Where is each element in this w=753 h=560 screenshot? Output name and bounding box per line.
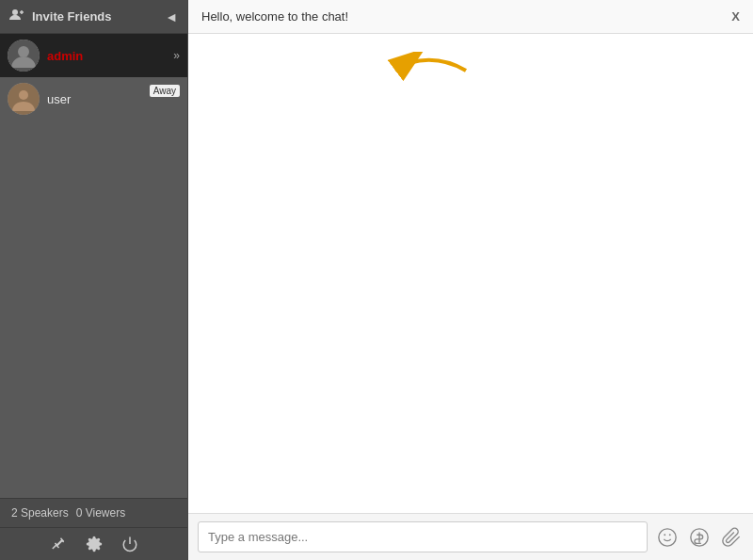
- invite-friends-icon: [9, 8, 24, 26]
- dollar-button[interactable]: [687, 525, 712, 550]
- welcome-message: Hello, welcome to the chat!: [201, 9, 348, 24]
- pin-button[interactable]: [50, 536, 67, 552]
- close-notification-button[interactable]: X: [731, 9, 740, 24]
- user-row-user[interactable]: user Away: [0, 77, 187, 120]
- arrow-annotation: [386, 52, 471, 93]
- sidebar-footer-actions: [0, 527, 187, 560]
- welcome-notification: Hello, welcome to the chat! X: [188, 0, 753, 34]
- settings-button[interactable]: [86, 536, 103, 552]
- sidebar-collapse-arrow[interactable]: ◄: [165, 9, 178, 24]
- sidebar-header-left: Invite Friends: [9, 8, 112, 26]
- away-badge: Away: [150, 85, 180, 97]
- sidebar-header: Invite Friends ◄: [0, 0, 187, 34]
- emoji-button[interactable]: [655, 525, 680, 550]
- avatar-admin: [8, 40, 40, 72]
- avatar-user: [8, 83, 40, 115]
- chat-area: Hello, welcome to the chat! X: [188, 0, 753, 560]
- sidebar-spacer: [0, 120, 187, 498]
- speakers-count: 2 Speakers: [11, 506, 69, 520]
- sidebar: Invite Friends ◄ admin » user Away: [0, 0, 188, 560]
- message-input[interactable]: [198, 521, 648, 552]
- sidebar-title: Invite Friends: [32, 9, 112, 24]
- sidebar-footer-stats: 2 Speakers 0 Viewers: [0, 498, 187, 527]
- user-row-admin[interactable]: admin »: [0, 34, 187, 77]
- svg-rect-7: [8, 83, 40, 115]
- attachment-button[interactable]: [719, 525, 744, 550]
- chat-input-bar: [188, 513, 753, 560]
- svg-point-11: [659, 528, 676, 545]
- svg-point-0: [12, 9, 18, 15]
- svg-point-4: [18, 46, 29, 57]
- admin-double-arrow: »: [173, 49, 180, 62]
- viewers-count: 0 Viewers: [76, 506, 125, 520]
- admin-name: admin: [47, 49, 173, 63]
- chat-messages[interactable]: [188, 34, 753, 513]
- power-button[interactable]: [121, 536, 138, 552]
